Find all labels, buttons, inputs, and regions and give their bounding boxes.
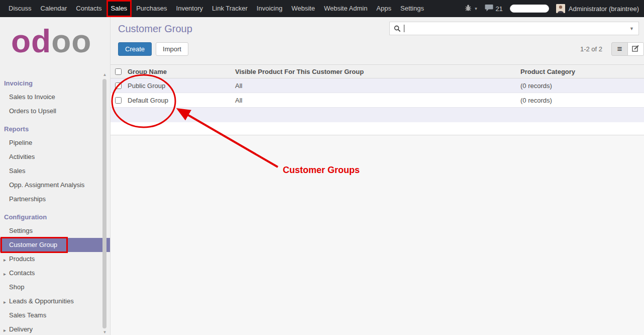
caret-down-icon: ▼ bbox=[474, 7, 478, 11]
sidebar-item-pipeline[interactable]: Pipeline bbox=[0, 136, 110, 150]
logo-text-colored: od bbox=[11, 23, 51, 59]
page-title: Customer Group bbox=[118, 23, 192, 35]
caret-right-icon: ▸ bbox=[4, 256, 6, 264]
pager: 1-2 of 2 bbox=[580, 45, 602, 53]
select-all-cell bbox=[111, 68, 126, 75]
menu-item-discuss[interactable]: Discuss bbox=[4, 0, 36, 17]
list-icon: ≡ bbox=[617, 45, 622, 53]
sidebar-item-label: Leads & Opportunities bbox=[9, 297, 74, 305]
odoo-logo: odoo bbox=[0, 17, 110, 63]
sidebar-nav: Invoicing Sales to Invoice Orders to Ups… bbox=[0, 77, 110, 335]
row-checkbox[interactable] bbox=[115, 82, 122, 89]
user-menu[interactable]: Administrator (braintree) bbox=[556, 4, 639, 13]
sidebar-section-reports: Reports bbox=[0, 123, 110, 136]
scroll-up-icon[interactable]: ▲ bbox=[102, 72, 108, 77]
logo-text-gray: oo bbox=[51, 23, 91, 59]
sidebar-scrollbar[interactable]: ▲ ▼ bbox=[102, 72, 108, 335]
sidebar-item-opp-assignment-analysis[interactable]: Opp. Assignment Analysis bbox=[0, 178, 110, 192]
cell-visible-product: All bbox=[233, 82, 518, 90]
messages-count: 21 bbox=[495, 5, 502, 13]
caret-right-icon: ▸ bbox=[4, 270, 6, 278]
menu-item-sales[interactable]: Sales bbox=[106, 0, 132, 17]
menu-item-link-tracker[interactable]: Link Tracker bbox=[207, 0, 252, 17]
column-header-visible-product[interactable]: Visible Product For This Customer Group bbox=[233, 68, 518, 75]
messages-menu[interactable]: 21 bbox=[485, 4, 502, 14]
menu-item-contacts[interactable]: Contacts bbox=[71, 0, 106, 17]
sidebar: odoo Invoicing Sales to Invoice Orders t… bbox=[0, 17, 111, 335]
row-select-cell bbox=[111, 97, 126, 104]
sidebar-item-sales-teams[interactable]: Sales Teams bbox=[0, 308, 110, 322]
sidebar-item-partnerships[interactable]: Partnerships bbox=[0, 192, 110, 206]
sidebar-item-sales-to-invoice[interactable]: Sales to Invoice bbox=[0, 90, 110, 104]
control-panel: Customer Group ▼ Create Import 1-2 of 2 … bbox=[111, 17, 644, 64]
menu-item-settings[interactable]: Settings bbox=[396, 0, 428, 17]
button-row: Create Import 1-2 of 2 ≡ bbox=[118, 42, 644, 56]
list-view-button[interactable]: ≡ bbox=[611, 42, 628, 56]
sidebar-item-sales[interactable]: Sales bbox=[0, 164, 110, 178]
caret-right-icon: ▸ bbox=[4, 298, 6, 306]
table-header-row: Group Name Visible Product For This Cust… bbox=[111, 64, 644, 78]
edit-icon bbox=[632, 45, 639, 54]
table-row[interactable]: Public Group All (0 records) bbox=[111, 78, 644, 93]
status-pill bbox=[510, 5, 549, 13]
view-switcher: ≡ bbox=[611, 42, 644, 56]
sidebar-item-delivery[interactable]: ▸Delivery bbox=[0, 322, 110, 335]
search-box: ▼ bbox=[389, 22, 639, 35]
app-menu: Discuss Calendar Contacts Sales Purchase… bbox=[0, 0, 428, 17]
select-all-checkbox[interactable] bbox=[115, 68, 122, 75]
empty-row bbox=[111, 122, 644, 135]
sidebar-item-label: Delivery bbox=[9, 325, 33, 333]
cell-product-category: (0 records) bbox=[518, 97, 644, 104]
search-options-caret-icon[interactable]: ▼ bbox=[629, 26, 634, 31]
sidebar-item-leads-opportunities[interactable]: ▸Leads & Opportunities bbox=[0, 294, 110, 308]
menu-item-invoicing[interactable]: Invoicing bbox=[252, 0, 287, 17]
empty-row bbox=[111, 108, 644, 122]
chat-icon bbox=[485, 4, 493, 14]
sidebar-item-label: Customer Group bbox=[9, 241, 57, 248]
topbar-right: ▼ 21 Administrator (braintree) bbox=[465, 4, 644, 14]
sidebar-section-configuration: Configuration bbox=[0, 211, 110, 224]
search-input[interactable] bbox=[405, 23, 629, 34]
avatar bbox=[556, 4, 565, 13]
cell-visible-product: All bbox=[233, 97, 518, 104]
caret-right-icon: ▸ bbox=[4, 326, 6, 334]
import-button[interactable]: Import bbox=[156, 42, 188, 56]
user-name: Administrator (braintree) bbox=[569, 5, 639, 13]
sidebar-item-contacts[interactable]: ▸Contacts bbox=[0, 266, 110, 280]
cell-product-category: (0 records) bbox=[518, 82, 644, 90]
topbar: Discuss Calendar Contacts Sales Purchase… bbox=[0, 0, 644, 17]
create-button[interactable]: Create bbox=[118, 42, 152, 56]
form-view-button[interactable] bbox=[627, 42, 644, 56]
sidebar-item-products[interactable]: ▸Products bbox=[0, 252, 110, 266]
menu-item-inventory[interactable]: Inventory bbox=[172, 0, 207, 17]
scroll-down-icon[interactable]: ▼ bbox=[102, 330, 108, 334]
sidebar-section-invoicing: Invoicing bbox=[0, 77, 110, 90]
menu-item-purchases[interactable]: Purchases bbox=[132, 0, 171, 17]
sidebar-item-label: Products bbox=[9, 255, 35, 263]
bug-icon bbox=[465, 4, 472, 13]
menu-item-website-admin[interactable]: Website Admin bbox=[319, 0, 372, 17]
sidebar-item-customer-group[interactable]: Customer Group bbox=[0, 238, 110, 252]
cell-group-name: Public Group bbox=[126, 82, 233, 90]
menu-item-calendar[interactable]: Calendar bbox=[36, 0, 72, 17]
sidebar-item-label: Contacts bbox=[9, 269, 35, 277]
sidebar-item-orders-to-upsell[interactable]: Orders to Upsell bbox=[0, 104, 110, 118]
sidebar-item-settings[interactable]: Settings bbox=[0, 224, 110, 238]
row-select-cell bbox=[111, 82, 126, 89]
column-header-group-name[interactable]: Group Name bbox=[126, 68, 233, 75]
table-row[interactable]: Default Group All (0 records) bbox=[111, 93, 644, 108]
debug-menu[interactable]: ▼ bbox=[465, 4, 478, 13]
menu-item-website[interactable]: Website bbox=[287, 0, 319, 17]
scrollbar-thumb[interactable] bbox=[102, 79, 106, 328]
sidebar-item-activities[interactable]: Activities bbox=[0, 150, 110, 164]
cell-group-name: Default Group bbox=[126, 97, 233, 104]
sidebar-item-shop[interactable]: Shop bbox=[0, 280, 110, 294]
list-view: Group Name Visible Product For This Cust… bbox=[111, 64, 644, 135]
text-cursor bbox=[404, 25, 404, 32]
column-header-product-category[interactable]: Product Category bbox=[518, 68, 644, 75]
main-content: Customer Group ▼ Create Import 1-2 of 2 … bbox=[111, 17, 644, 335]
row-checkbox[interactable] bbox=[115, 97, 122, 104]
menu-item-apps[interactable]: Apps bbox=[372, 0, 396, 17]
search-icon bbox=[394, 25, 401, 32]
